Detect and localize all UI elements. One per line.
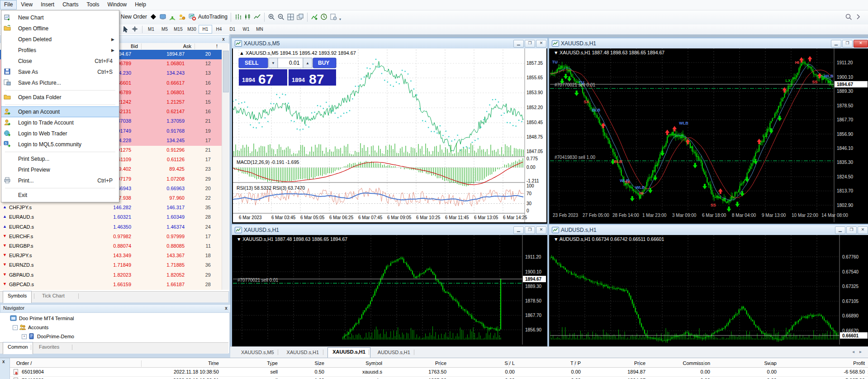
tab-common[interactable]: Common [3,342,33,354]
file-menu-item-save-as-picture[interactable]: Save As Picture... [1,77,119,88]
file-menu-item-open-offline[interactable]: Open Offline [1,23,119,34]
restore-button[interactable]: ❐ [525,226,535,234]
tile-windows-icon[interactable] [287,13,294,21]
mdi-tab-xauusd-s-m5[interactable]: XAUUSD.s,M5 [237,348,279,358]
file-menu-item-open-deleted[interactable]: Open Deleted▶ [1,34,119,45]
mql5-icon[interactable] [159,13,167,21]
file-menu-item-print-setup[interactable]: Print Setup... [1,154,119,164]
column-bid[interactable]: Bid [131,43,138,49]
minimize-button[interactable]: ▁ [513,40,524,48]
mdi-tab-xauusd-s-h1[interactable]: XAUUSD.s,H1 [282,348,324,358]
chart-titlebar[interactable]: XAUUSD.s,H1▁❐✕ [549,38,868,48]
column-sl[interactable]: S / L [442,360,515,366]
order-row[interactable]: 704198302023.03.10 16:20:01sell1.00xauus… [10,376,868,379]
gold-icon[interactable] [150,13,157,21]
file-menu-item-login-to-trade-account[interactable]: Login to Trade Account [1,117,119,128]
market-watch-close-button[interactable]: x [221,37,226,42]
column-commission[interactable]: Commission [638,360,710,366]
column-symbol[interactable]: Symbol [310,360,382,366]
timeframe-m30[interactable]: M30 [185,25,199,34]
column-ask[interactable]: Ask [183,43,191,49]
candle-chart-icon[interactable] [244,13,251,21]
file-menu-item-profiles[interactable]: Profiles▶ [1,45,119,56]
restore-button[interactable]: ❐ [525,40,535,48]
chart-window-1[interactable]: XAUUSD.s,M5▁❐✕1857.351855.651853.901852.… [231,38,548,225]
menu-window[interactable]: Window [104,0,131,10]
terminal-close-button[interactable]: x [2,359,5,364]
menu-file[interactable]: File [0,0,17,10]
search-icon[interactable] [845,13,853,21]
column-price2[interactable]: Price [573,360,645,366]
minimize-button[interactable]: ▁ [831,40,841,48]
file-menu-item-print-preview[interactable]: Print Preview [1,164,119,175]
collapse-icon[interactable]: - [13,325,18,330]
market-watch-row[interactable]: ▼EURGBP.s0.880740.8808511 [0,242,222,252]
close-button[interactable]: ✕ [854,40,868,48]
templates-icon[interactable] [330,13,337,21]
timeframe-h4[interactable]: H4 [212,25,226,34]
file-menu-item-save-as[interactable]: Save AsCtrl+S [1,67,119,77]
minimize-button[interactable]: ▁ [835,226,845,234]
cursor-icon[interactable] [122,25,129,33]
timeframe-d1[interactable]: D1 [226,25,239,34]
cascade-windows-icon[interactable] [296,13,304,21]
menu-insert[interactable]: Insert [37,0,58,10]
indicators-icon[interactable] [311,13,318,21]
restore-button[interactable]: ❐ [846,226,857,234]
order-row[interactable]: 650198042022.11.18 10:38:50sell0.50xauus… [10,368,868,377]
file-menu-item-open-data-folder[interactable]: Open Data Folder [1,92,119,103]
market-watch-row[interactable]: ▼EURNZD.s1.718491.7188536 [0,261,222,271]
market-watch-row[interactable]: ▼EURCHF.s0.979820.9799917 [0,232,222,242]
market-watch-row[interactable]: ▲CHFJPY.s146.282146.31735 [0,203,222,213]
file-menu-item-exit[interactable]: Exit [1,190,119,201]
close-button[interactable]: ✕ [536,40,546,48]
signals-icon[interactable] [169,13,176,21]
tab-scroll-left-icon[interactable]: ◂ [852,349,854,354]
timeframe-w1[interactable]: W1 [239,25,253,34]
file-menu-item-login-to-web-trader[interactable]: Login to Web Trader [1,128,119,139]
close-button[interactable]: ✕ [536,226,546,234]
tab-symbols[interactable]: Symbols [3,291,32,303]
timeframe-m1[interactable]: M1 [144,25,158,34]
column-price[interactable]: Price [374,360,446,366]
chart-titlebar[interactable]: XAUUSD.s,M5▁❐✕ [232,38,547,48]
chart-canvas[interactable]: 1911.201900.101889.301878.501867.701856.… [233,235,546,345]
market-watch-row[interactable]: ▼GBPCAD.s1.661591.6618728 [0,280,222,290]
autotrading-button[interactable]: AutoTrading [198,14,228,20]
market-watch-row[interactable]: ▲EURCAD.s1.463501.4637424 [0,223,222,233]
market-watch-row[interactable]: ▲EURAUD.s1.603211.6034928 [0,213,222,223]
new-order-button[interactable]: New Order [121,14,147,20]
navigator-close-button[interactable]: x [223,306,229,311]
zoom-in-icon[interactable] [268,13,275,21]
autotrading-icon[interactable] [189,13,196,21]
market-watch-row[interactable]: ▼GBPAUD.s1.820231.8205229 [0,271,222,281]
file-menu-item-close[interactable]: CloseCtrl+F4 [1,56,119,67]
column-spread[interactable]: ! [216,43,218,49]
tab-favorites[interactable]: Favorites [34,343,64,353]
community-icon[interactable] [178,13,186,21]
chart-window-4[interactable]: AUDUSD.s,H1▁❐✕0.677600.675400.673250.671… [548,224,868,347]
chart-window-3[interactable]: XAUUSD.s,H1▁❐✕1911.201900.101889.301878.… [231,224,548,347]
timeframe-h1[interactable]: H1 [199,25,212,34]
expand-icon[interactable]: + [22,334,27,339]
minimize-button[interactable]: ▁ [513,226,524,234]
market-watch-scrollbar[interactable] [222,50,229,290]
mdi-tab-audusd-s-h1[interactable]: AUDUSD.s,H1 [373,348,415,358]
chart-canvas[interactable]: 1857.351855.651853.901852.201850.451848.… [233,48,546,222]
menu-charts[interactable]: Charts [58,0,82,10]
menu-view[interactable]: View [17,0,37,10]
bar-chart-icon[interactable] [234,13,242,21]
crosshair-icon[interactable] [131,25,139,33]
periods-icon[interactable] [320,13,328,21]
mdi-tab-xauusd-s-h1[interactable]: XAUUSD.s,H1 [327,347,370,358]
file-menu-item-open-an-account[interactable]: Open an Account [1,106,119,117]
zoom-out-icon[interactable] [277,13,285,21]
column-order[interactable]: Order / [16,360,32,366]
chart-window-2[interactable]: XAUUSD.s,H1▁❐✕1911.201900.101889.301878.… [548,38,868,225]
file-menu-item-new-chart[interactable]: New Chart [1,12,119,23]
navigator-item-dooprime-demo[interactable]: +DooPrime-Demo [0,332,229,341]
menu-help[interactable]: Help [131,0,150,10]
tab-tick-chart[interactable]: Tick Chart [38,292,69,302]
chart-canvas[interactable]: 1911.201900.101889.301878.501867.701856.… [550,48,868,222]
tab-scroll-right-icon[interactable]: ▸ [859,349,862,354]
